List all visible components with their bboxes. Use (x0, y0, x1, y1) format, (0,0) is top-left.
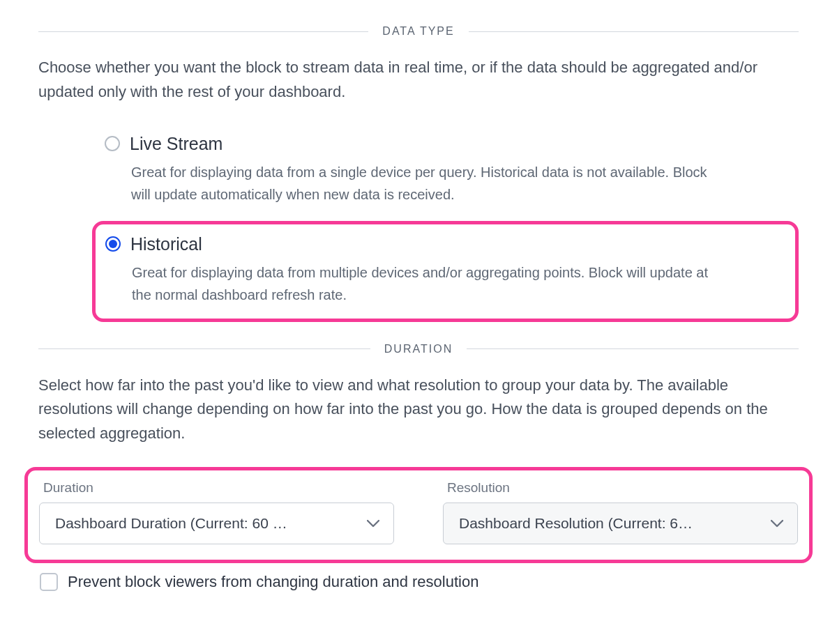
divider-line (467, 348, 799, 349)
radio-option-live-stream[interactable]: Live Stream Great for displaying data fr… (105, 125, 799, 218)
duration-label: Duration (39, 480, 394, 496)
prevent-change-checkbox-row[interactable]: Prevent block viewers from changing dura… (38, 573, 799, 591)
radio-title-live: Live Stream (130, 134, 223, 154)
highlighted-duration-fields: Duration Dashboard Duration (Current: 60… (24, 467, 813, 563)
divider-line (469, 31, 799, 32)
chevron-down-icon (771, 519, 783, 528)
duration-field: Duration Dashboard Duration (Current: 60… (39, 480, 394, 544)
resolution-label: Resolution (443, 480, 798, 496)
resolution-select[interactable]: Dashboard Resolution (Current: 6… (443, 503, 798, 544)
data-type-description: Choose whether you want the block to str… (38, 56, 799, 105)
radio-title-historical: Historical (130, 234, 202, 254)
radio-option-historical[interactable]: Historical Great for displaying data fro… (105, 234, 778, 306)
radio-subtitle-live: Great for displaying data from a single … (105, 161, 718, 206)
section-heading-duration: DURATION (384, 343, 453, 355)
section-heading-data-type: DATA TYPE (382, 25, 454, 38)
radio-icon-selected (105, 236, 121, 252)
section-divider-data-type: DATA TYPE (38, 25, 799, 38)
resolution-select-value: Dashboard Resolution (Current: 6… (459, 515, 693, 532)
divider-line (38, 31, 368, 32)
prevent-change-label: Prevent block viewers from changing dura… (68, 573, 478, 591)
duration-select[interactable]: Dashboard Duration (Current: 60 … (39, 503, 394, 544)
section-divider-duration: DURATION (38, 343, 799, 355)
radio-icon (105, 136, 120, 151)
divider-line (38, 348, 370, 349)
chevron-down-icon (367, 519, 379, 528)
checkbox-icon (40, 573, 58, 591)
duration-select-value: Dashboard Duration (Current: 60 … (55, 515, 287, 532)
highlighted-historical-option: Historical Great for displaying data fro… (92, 221, 799, 322)
duration-description: Select how far into the past you'd like … (38, 374, 799, 446)
data-type-radio-group: Live Stream Great for displaying data fr… (38, 125, 799, 322)
radio-subtitle-historical: Great for displaying data from multiple … (105, 261, 719, 306)
resolution-field: Resolution Dashboard Resolution (Current… (443, 480, 798, 544)
